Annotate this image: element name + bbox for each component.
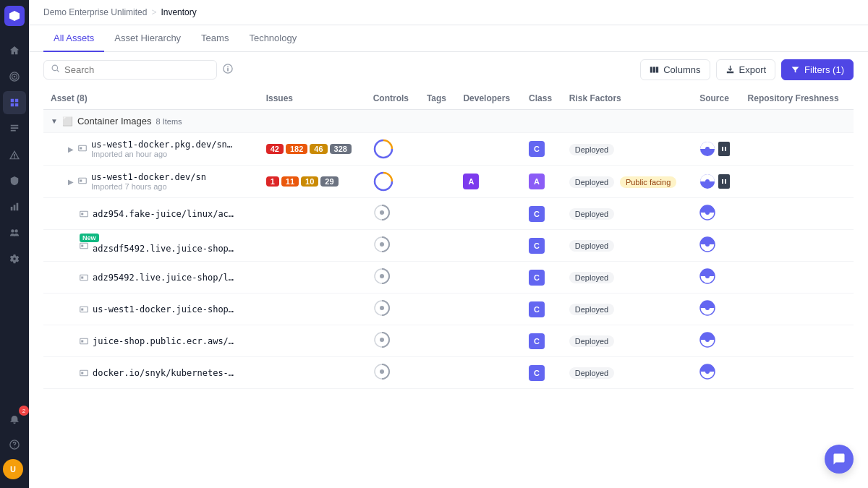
table-row: adz954.fake-juice/linux/active C Deploye… — [43, 198, 854, 230]
col-source[interactable]: Source — [692, 87, 740, 110]
source-cell — [692, 166, 740, 198]
tab-teams[interactable]: Teams — [191, 25, 239, 52]
asset-name[interactable]: adz954.fake-juice/linux/active — [93, 209, 237, 219]
breadcrumb-parent[interactable]: Demo Enterprise Unlimited — [43, 7, 147, 17]
breadcrumb: Demo Enterprise Unlimited > Inventory — [29, 0, 868, 25]
asset-name[interactable]: us-west1-docker.juice-shop/sm — [93, 304, 237, 314]
class-badge: C — [529, 206, 545, 222]
export-button[interactable]: Export — [716, 59, 776, 80]
breadcrumb-current: Inventory — [161, 7, 196, 17]
search-box[interactable] — [43, 60, 217, 80]
badge-low: 29 — [320, 176, 338, 187]
source-cell — [692, 198, 740, 230]
class-badge: C — [529, 301, 545, 317]
developers-cell — [456, 294, 522, 325]
info-icon[interactable] — [223, 64, 233, 76]
col-issues[interactable]: Issues — [259, 87, 366, 110]
asset-name[interactable]: us-west1-docker.dev/sn — [91, 172, 206, 182]
risk-badge: Deployed — [569, 304, 614, 315]
class-cell: C — [522, 357, 562, 389]
issues-cell — [259, 230, 366, 262]
row-expand[interactable]: ▶ — [68, 178, 74, 186]
notif-count: 2 — [19, 406, 29, 416]
risk-cell: Deployed Public facing — [562, 166, 692, 198]
controls-cell — [366, 198, 420, 230]
asset-sub: Imported an hour ago — [91, 150, 236, 158]
tags-cell — [420, 166, 456, 198]
controls-cell — [366, 294, 420, 325]
sidebar-item-reports[interactable] — [3, 117, 26, 140]
col-controls[interactable]: Controls — [366, 87, 420, 110]
tab-asset-hierarchy[interactable]: Asset Hierarchy — [104, 25, 191, 52]
svg-rect-5 — [11, 130, 16, 132]
chat-button[interactable] — [825, 445, 854, 474]
developers-cell — [456, 325, 522, 357]
asset-name[interactable]: adzsdf5492.live.juice-shop/linu — [93, 238, 237, 254]
sidebar-item-target[interactable] — [3, 65, 26, 88]
table-row: ▶ us-west1-docker.pkg.dev/snyk- Imported… — [43, 133, 854, 166]
badge-high: 11 — [281, 176, 299, 187]
row-expand[interactable]: ▶ — [68, 145, 74, 153]
sidebar-item-teams[interactable] — [3, 221, 26, 244]
badge-critical: 1 — [266, 176, 279, 187]
sidebar-item-issues[interactable] — [3, 143, 26, 166]
repo-freshness-cell — [741, 133, 854, 166]
filters-button[interactable]: Filters (1) — [781, 59, 854, 80]
svg-point-13 — [13, 257, 16, 260]
svg-point-41 — [380, 210, 384, 215]
issues-cell — [259, 357, 366, 389]
asset-table: Asset (8) Issues Controls Tags Developer… — [29, 87, 868, 488]
svg-rect-45 — [81, 244, 83, 247]
svg-rect-23 — [656, 67, 658, 72]
risk-badge: Deployed — [569, 367, 614, 379]
sidebar-item-settings[interactable] — [3, 247, 26, 270]
developers-cell — [456, 133, 522, 166]
source-icon-2 — [718, 174, 730, 189]
search-icon — [51, 64, 60, 75]
risk-badge-public: Public facing — [620, 176, 676, 188]
asset-name[interactable]: juice-shop.public.ecr.aws/juice — [93, 336, 237, 346]
tags-cell — [420, 198, 456, 230]
svg-rect-69 — [81, 372, 83, 374]
svg-rect-4 — [11, 127, 19, 129]
sidebar-item-inventory[interactable] — [3, 91, 26, 114]
svg-point-15 — [14, 447, 14, 448]
developer-badge: A — [463, 174, 479, 189]
app-logo[interactable] — [4, 6, 25, 26]
svg-rect-21 — [650, 67, 652, 72]
search-input[interactable] — [64, 64, 209, 75]
asset-name[interactable]: adz95492.live.juice-shop/linux/ — [93, 273, 237, 283]
help-icon[interactable] — [3, 433, 26, 456]
asset-name[interactable]: us-west1-docker.pkg.dev/snyk- — [91, 140, 236, 150]
sidebar-item-home[interactable] — [3, 39, 26, 62]
col-repo-freshness[interactable]: Repository Freshness — [741, 87, 854, 110]
svg-rect-25 — [80, 147, 82, 149]
group-chevron[interactable]: ▼ — [51, 117, 58, 125]
tab-technology[interactable]: Technology — [239, 25, 307, 52]
tags-cell — [420, 262, 456, 294]
asset-name[interactable]: docker.io/snyk/kubernetes-sca — [93, 368, 237, 378]
col-asset[interactable]: Asset (8) — [43, 87, 259, 110]
col-tags[interactable]: Tags — [420, 87, 456, 110]
svg-point-67 — [705, 338, 710, 342]
col-risk-factors[interactable]: Risk Factors — [562, 87, 692, 110]
risk-cell: Deployed — [562, 294, 692, 325]
col-class[interactable]: Class — [522, 87, 562, 110]
svg-point-61 — [705, 306, 710, 310]
columns-button[interactable]: Columns — [640, 59, 710, 80]
risk-cell: Deployed — [562, 198, 692, 230]
risk-cell: Deployed — [562, 230, 692, 262]
tab-all-assets[interactable]: All Assets — [43, 25, 104, 52]
svg-rect-30 — [725, 147, 726, 151]
user-avatar[interactable]: U — [3, 459, 23, 479]
col-developers[interactable]: Developers — [456, 87, 522, 110]
source-icon-2 — [718, 142, 730, 156]
svg-line-17 — [57, 70, 59, 72]
tags-cell — [420, 230, 456, 262]
asset-sub: Imported 7 hours ago — [91, 182, 206, 191]
sidebar-item-analytics[interactable] — [3, 195, 26, 218]
group-row-container-images: ▼ ⬜ Container Images 8 Items — [43, 110, 854, 133]
notifications-icon[interactable]: 2 — [3, 408, 26, 432]
svg-point-73 — [705, 369, 710, 374]
sidebar-item-policies[interactable] — [3, 169, 26, 192]
